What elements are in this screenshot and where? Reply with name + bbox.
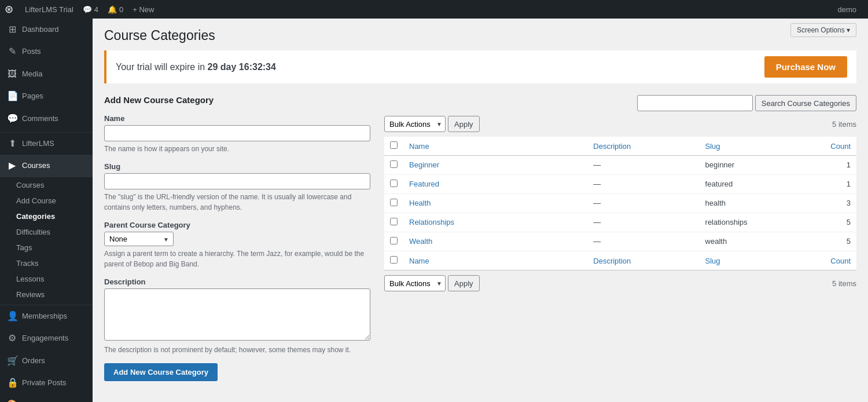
name-column-header[interactable]: Name: [403, 137, 587, 156]
sidebar-item-lifterlms[interactable]: ⬆ LifterLMS: [0, 133, 93, 155]
name-input[interactable]: [104, 125, 370, 141]
row-description-cell: —: [587, 213, 699, 232]
count-footer-header[interactable]: Count: [822, 251, 856, 271]
select-all-footer-checkbox-header[interactable]: [384, 251, 403, 271]
sidebar-item-posts[interactable]: ✎ Posts: [0, 41, 93, 63]
row-checkbox[interactable]: [390, 218, 398, 225]
purchase-now-button[interactable]: Purchase Now: [764, 56, 847, 78]
row-checkbox[interactable]: [390, 160, 398, 168]
bottom-bulk-bar: Bulk Actions ▼ Apply 5 items: [384, 275, 856, 291]
row-count-cell: 5: [822, 232, 856, 251]
sidebar-item-media[interactable]: 🖼 Media: [0, 63, 93, 85]
trial-banner: Your trial will expire in 29 day 16:32:3…: [104, 50, 856, 83]
page-title: Course Categories: [104, 28, 856, 43]
parent-select[interactable]: None: [104, 232, 174, 246]
apply-bottom-button[interactable]: Apply: [448, 275, 480, 291]
sidebar-item-appearance[interactable]: 🎨 Appearance: [0, 394, 93, 402]
parent-field-group: Parent Course Category None ▼ Assign a p…: [104, 221, 370, 269]
row-description-cell: —: [587, 175, 699, 194]
appearance-icon: 🎨: [7, 399, 17, 402]
row-description-cell: —: [587, 194, 699, 213]
comments-icon[interactable]: 💬 4: [78, 5, 103, 14]
sidebar-item-private-posts[interactable]: 🔒 Private Posts: [0, 372, 93, 394]
add-category-button[interactable]: Add New Course Category: [104, 363, 218, 381]
table-top-bar: Search Course Categories: [384, 95, 856, 111]
sidebar-sub-add-course[interactable]: Add Course: [0, 193, 93, 209]
slug-input[interactable]: [104, 173, 370, 189]
row-checkbox-cell[interactable]: [384, 156, 403, 175]
row-checkbox[interactable]: [390, 180, 398, 187]
admin-bar: ⊛ LifterLMS Trial 💬 4 🔔 0 + New demo: [0, 0, 868, 19]
sidebar-sub-lessons[interactable]: Lessons: [0, 271, 93, 287]
engagements-icon: ⚙: [7, 332, 17, 345]
sidebar-sub-categories[interactable]: Categories: [0, 209, 93, 224]
row-checkbox[interactable]: [390, 237, 398, 244]
row-checkbox-cell[interactable]: [384, 232, 403, 251]
table-row: Relationships — relationships 5: [384, 213, 856, 232]
apply-top-button[interactable]: Apply: [448, 116, 480, 132]
sidebar: ⊞ Dashboard ✎ Posts 🖼 Media 📄 Pages 💬 Co…: [0, 19, 93, 402]
slug-footer-header[interactable]: Slug: [700, 251, 822, 271]
row-name-cell: Health: [403, 194, 587, 213]
bulk-actions-top-wrap: Bulk Actions ▼: [384, 116, 446, 132]
sidebar-item-dashboard[interactable]: ⊞ Dashboard: [0, 19, 93, 41]
sidebar-item-courses[interactable]: ▶ Courses: [0, 155, 93, 177]
category-name-link[interactable]: Relationships: [409, 218, 454, 226]
sidebar-item-pages[interactable]: 📄 Pages: [0, 85, 93, 107]
row-slug-cell: featured: [700, 175, 822, 194]
bulk-actions-top-select[interactable]: Bulk Actions: [384, 116, 446, 132]
sidebar-sub-tracks[interactable]: Tracks: [0, 255, 93, 271]
sidebar-sub-tags[interactable]: Tags: [0, 240, 93, 255]
screen-options-button[interactable]: Screen Options ▾: [790, 23, 856, 37]
description-textarea[interactable]: [104, 288, 370, 341]
category-name-link[interactable]: Wealth: [409, 237, 432, 246]
content-area: Add New Course Category Name The name is…: [104, 95, 856, 381]
memberships-icon: 👤: [7, 310, 17, 323]
add-category-form: Add New Course Category Name The name is…: [104, 95, 370, 381]
sidebar-item-orders[interactable]: 🛒 Orders: [0, 350, 93, 372]
row-description-cell: —: [587, 232, 699, 251]
row-slug-cell: health: [700, 194, 822, 213]
sidebar-sub-difficulties[interactable]: Difficulties: [0, 224, 93, 240]
description-footer-header[interactable]: Description: [587, 251, 699, 271]
slug-column-header[interactable]: Slug: [700, 137, 822, 156]
posts-icon: ✎: [7, 45, 17, 58]
wp-logo-icon[interactable]: ⊛: [5, 3, 13, 16]
bubble-icon[interactable]: 🔔 0: [103, 5, 128, 14]
parent-label: Parent Course Category: [104, 221, 370, 229]
dashboard-icon: ⊞: [7, 23, 17, 36]
sidebar-item-engagements[interactable]: ⚙ Engagements: [0, 327, 93, 349]
name-hint: The name is how it appears on your site.: [104, 144, 370, 154]
new-button[interactable]: + New: [128, 5, 159, 14]
sidebar-sub-courses[interactable]: Courses: [0, 177, 93, 193]
row-checkbox-cell[interactable]: [384, 213, 403, 232]
bulk-actions-bottom-select[interactable]: Bulk Actions: [384, 275, 446, 291]
search-button[interactable]: Search Course Categories: [755, 95, 856, 111]
category-name-link[interactable]: Featured: [409, 180, 439, 188]
select-all-checkbox[interactable]: [390, 141, 398, 149]
table-row: Featured — featured 1: [384, 175, 856, 194]
row-checkbox[interactable]: [390, 199, 398, 206]
count-column-header[interactable]: Count: [822, 137, 856, 156]
sidebar-item-memberships[interactable]: 👤 Memberships: [0, 305, 93, 327]
select-all-checkbox-header[interactable]: [384, 137, 403, 156]
description-column-header[interactable]: Description: [587, 137, 699, 156]
category-table-area: Search Course Categories Bulk Actions ▼ …: [384, 95, 856, 291]
row-checkbox-cell[interactable]: [384, 175, 403, 194]
slug-hint: The "slug" is the URL-friendly version o…: [104, 192, 370, 213]
category-name-link[interactable]: Health: [409, 199, 431, 207]
sidebar-item-comments[interactable]: 💬 Comments: [0, 108, 93, 130]
row-checkbox-cell[interactable]: [384, 194, 403, 213]
category-name-link[interactable]: Beginner: [409, 160, 439, 169]
select-all-footer-checkbox[interactable]: [390, 256, 398, 264]
name-footer-header[interactable]: Name: [403, 251, 587, 271]
row-count-cell: 1: [822, 175, 856, 194]
parent-select-wrap: None ▼: [104, 232, 174, 246]
user-menu[interactable]: demo: [830, 5, 863, 14]
sidebar-sub-reviews[interactable]: Reviews: [0, 287, 93, 302]
search-input[interactable]: [637, 95, 753, 111]
row-name-cell: Featured: [403, 175, 587, 194]
row-count-cell: 5: [822, 213, 856, 232]
lifterlms-icon: ⬆: [7, 137, 17, 150]
site-name[interactable]: LifterLMS Trial: [20, 5, 78, 14]
